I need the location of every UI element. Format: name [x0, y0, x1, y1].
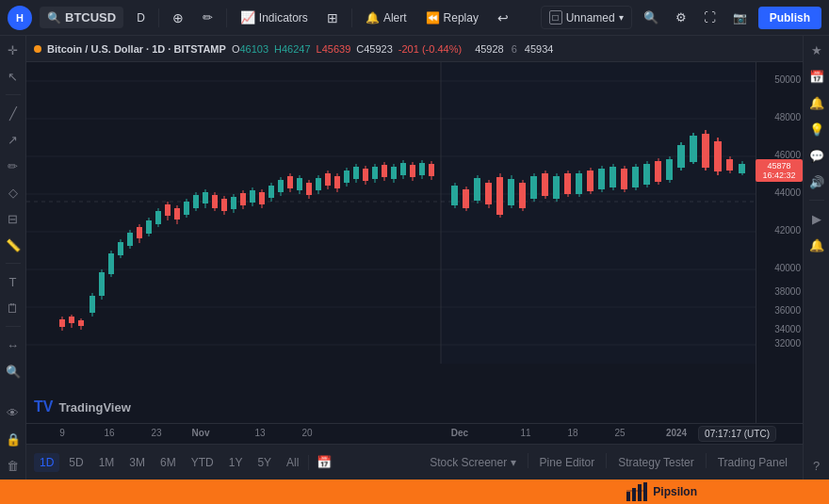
ruler-tool[interactable]: ↔ — [3, 334, 24, 355]
cursor-tool[interactable]: ↖ — [3, 66, 24, 87]
measure-tool[interactable]: 📏 — [3, 235, 24, 255]
svg-rect-129 — [655, 161, 661, 182]
svg-rect-17 — [78, 320, 84, 326]
crosshair-tool[interactable]: ✛ — [3, 40, 24, 60]
svg-rect-111 — [553, 176, 560, 199]
strategy-tester-button[interactable]: Strategy Tester — [610, 453, 701, 472]
text-tool[interactable]: T — [3, 271, 24, 292]
layouts-button[interactable]: ⊞ — [321, 7, 344, 29]
arrow-tool[interactable]: ↗ — [3, 129, 24, 150]
alerts-icon[interactable]: 🔔 — [806, 92, 827, 113]
publish-button[interactable]: Publish — [758, 7, 821, 29]
settings-button[interactable]: ⚙ — [670, 7, 692, 28]
chart-header: Bitcoin / U.S. Dollar · 1D · BITSTAMP O4… — [26, 36, 803, 62]
btc-icon — [34, 45, 41, 53]
svg-rect-113 — [564, 173, 571, 194]
time-13: 13 — [254, 428, 265, 438]
timeframe-1y[interactable]: 1Y — [223, 453, 249, 472]
timeframe-5d[interactable]: 5D — [63, 453, 89, 472]
timeframe-6m[interactable]: 6M — [154, 453, 182, 472]
svg-rect-15 — [69, 317, 74, 323]
lock-tool[interactable]: 🔒 — [3, 429, 24, 449]
trend-line-tool[interactable]: ╱ — [3, 103, 24, 123]
price-36000: 36000 — [774, 305, 801, 316]
notification-icon[interactable]: 🔔 — [806, 235, 827, 255]
timeframe-1d[interactable]: 1D — [34, 453, 59, 472]
fib-tool[interactable]: ⊟ — [3, 208, 24, 229]
fullscreen-icon: ⛶ — [704, 10, 716, 24]
time-dec: Dec — [451, 428, 468, 438]
pipsilon-brand: Pipsilon — [626, 482, 697, 501]
play-icon[interactable]: ▶ — [806, 208, 827, 229]
timeframe-3m[interactable]: 3M — [123, 453, 151, 472]
timeframe-ytd[interactable]: YTD — [186, 453, 219, 472]
svg-rect-23 — [108, 253, 114, 274]
app-logo[interactable]: H — [8, 6, 32, 30]
right-sidebar: ★ 📅 🔔 💡 💬 🔊 ▶ 🔔 ? — [803, 36, 829, 480]
timeframe-all[interactable]: All — [281, 453, 304, 472]
period-value: 6 — [512, 43, 517, 55]
watchlist-icon[interactable]: ★ — [806, 40, 827, 60]
camera-icon: 📷 — [733, 11, 747, 24]
current-price-box: 45878 16:42:32 — [756, 159, 803, 182]
pine-editor-button[interactable]: Pine Editor — [532, 453, 603, 472]
alert-button[interactable]: 🔔 Alert — [360, 8, 413, 28]
chart-canvas[interactable]: TV TradingView — [26, 62, 756, 423]
chat-icon[interactable]: 💬 — [806, 145, 827, 166]
ohlc-info: O46103 H46247 L45639 C45923 -201 (-0.44%… — [232, 43, 462, 55]
timeframe-1m[interactable]: 1M — [93, 453, 121, 472]
svg-rect-1 — [441, 62, 756, 364]
symbol-name: BTCUSD — [65, 10, 116, 24]
time-nov: Nov — [192, 428, 210, 438]
unnamed-button[interactable]: □ Unnamed ▾ — [541, 6, 632, 29]
replay-button[interactable]: ⏪ Replay — [420, 8, 484, 28]
svg-rect-53 — [250, 190, 255, 203]
search-icon: 🔍 — [47, 11, 61, 24]
fullscreen-button[interactable]: ⛶ — [698, 7, 722, 28]
svg-rect-29 — [137, 227, 142, 238]
svg-rect-85 — [400, 163, 406, 175]
symbol-search[interactable]: 🔍 BTCUSD — [40, 7, 123, 28]
trading-panel-button[interactable]: Trading Panel — [710, 453, 795, 472]
screenshot-button[interactable]: 📷 — [727, 8, 753, 28]
search-toolbar-button[interactable]: 🔍 — [638, 7, 664, 28]
chart-main: TV TradingView 50000 48000 46000 45878 1… — [26, 62, 803, 423]
svg-rect-109 — [542, 173, 548, 196]
stock-screener-button[interactable]: Stock Screener ▾ — [422, 453, 523, 472]
timeframe-selector[interactable]: D — [131, 8, 151, 28]
eye-tool[interactable]: 👁 — [3, 402, 24, 423]
indicators-button[interactable]: 📈 Indicators — [235, 7, 314, 28]
undo-icon: ↩ — [497, 10, 509, 25]
time-20: 20 — [301, 428, 312, 438]
sidebar-separator2 — [6, 263, 21, 264]
calendar-icon[interactable]: 📅 — [313, 453, 335, 471]
svg-rect-19 — [89, 296, 95, 313]
svg-rect-115 — [576, 173, 582, 194]
compare-button[interactable]: ⊕ — [167, 7, 189, 29]
pipsilon-label: Pipsilon — [653, 485, 697, 498]
volume-icon[interactable]: 🔊 — [806, 171, 827, 192]
svg-rect-123 — [621, 169, 627, 189]
shapes-tool[interactable]: ◇ — [3, 182, 24, 203]
timeframe-5y[interactable]: 5Y — [252, 453, 277, 472]
svg-rect-21 — [99, 272, 105, 296]
zoom-tool[interactable]: 🔍 — [3, 361, 24, 382]
undo-button[interactable]: ↩ — [492, 7, 514, 29]
note-tool[interactable]: 🗒 — [3, 298, 24, 318]
current-price-badge: 45928 — [471, 42, 508, 56]
bottom-bar: Pipsilon — [0, 480, 829, 504]
time-16: 16 — [104, 428, 114, 438]
price-34000: 34000 — [774, 324, 801, 334]
brush-tool[interactable]: ✏ — [3, 155, 24, 176]
drawing-tools-button[interactable]: ✏ — [197, 7, 219, 28]
svg-rect-59 — [278, 180, 284, 192]
price-32000: 32000 — [774, 338, 801, 349]
ideas-icon[interactable]: 💡 — [806, 119, 827, 139]
svg-rect-93 — [451, 186, 458, 205]
calendar-icon[interactable]: 📅 — [806, 66, 827, 87]
help-icon[interactable]: ? — [806, 455, 827, 476]
svg-rect-31 — [146, 220, 152, 234]
svg-rect-107 — [530, 176, 537, 199]
svg-rect-137 — [702, 134, 709, 168]
trash-tool[interactable]: 🗑 — [3, 455, 24, 476]
